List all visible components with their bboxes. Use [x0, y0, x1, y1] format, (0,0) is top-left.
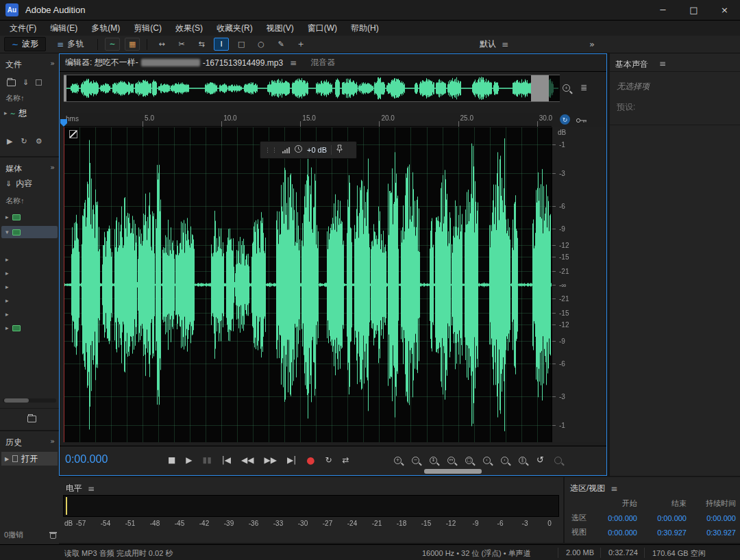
view-end-value[interactable]: 0:30.927	[640, 529, 689, 537]
toolbar-overflow-icon[interactable]: »	[589, 39, 595, 49]
media-collapse-icon[interactable]: »	[50, 163, 55, 172]
media-tree-row-1[interactable]: ▸	[1, 211, 58, 223]
playback-settings-icon[interactable]: ⚙	[36, 137, 42, 146]
waveform-mode-button[interactable]: ∼ 波形	[4, 37, 46, 51]
menu-item-6[interactable]: 收藏夹(R)	[210, 21, 260, 36]
workspace-menu-icon[interactable]: ≡	[502, 40, 508, 49]
rewind-button[interactable]: ◀◀	[241, 455, 254, 465]
razor-tool-icon[interactable]: ✂	[174, 38, 189, 51]
time-display[interactable]: 0:00.000	[65, 453, 108, 466]
move-tool-icon[interactable]: ↔	[154, 38, 169, 51]
menu-item-3[interactable]: 多轨(M)	[84, 21, 127, 36]
menu-item-5[interactable]: 效果(S)	[169, 21, 210, 36]
record-button[interactable]: ●	[306, 455, 314, 465]
current-time-indicator[interactable]	[64, 127, 64, 442]
zoom-between-markers-button[interactable]: ∥	[519, 457, 526, 464]
chevron-right-icon[interactable]: ▸	[5, 311, 9, 318]
menu-item-9[interactable]: 帮助(H)	[344, 21, 386, 36]
zoom-out-time-button[interactable]: −	[412, 457, 419, 464]
menu-item-4[interactable]: 剪辑(C)	[127, 21, 169, 36]
waveform-overview[interactable]	[64, 75, 560, 102]
loop-playback-button[interactable]: ↻	[325, 455, 332, 465]
clock-icon[interactable]	[294, 144, 303, 155]
media-tree-row-3[interactable]: ▸	[1, 253, 58, 266]
menu-item-2[interactable]: 编辑(E)	[43, 21, 84, 36]
menu-item-7[interactable]: 视图(V)	[260, 21, 301, 36]
waveform-canvas[interactable]	[64, 127, 552, 442]
chevron-down-icon[interactable]: ▾	[5, 229, 9, 236]
close-button[interactable]: ×	[709, 0, 740, 21]
loop-ruler-icon[interactable]: ↻	[560, 114, 570, 125]
key-icon[interactable]	[576, 116, 587, 126]
add-folder-icon[interactable]	[27, 416, 36, 422]
tab-mixer[interactable]: 混音器	[310, 57, 335, 68]
chevron-right-icon[interactable]: ▸	[5, 256, 9, 263]
lasso-selection-tool-icon[interactable]: ○	[254, 38, 269, 51]
zoom-to-out-point-button[interactable]: ›	[501, 457, 508, 464]
loop-play-icon[interactable]: ↻	[21, 137, 27, 146]
files-collapse-icon[interactable]: »	[50, 59, 55, 68]
history-entry-open[interactable]: ▶ 打开	[1, 452, 58, 466]
timeline-ruler[interactable]: hms 5.010.015.020.025.030.0	[64, 113, 552, 127]
panel-resize-grip[interactable]	[424, 469, 482, 474]
skip-selection-button[interactable]: ⇄	[343, 455, 349, 465]
overview-list-icon[interactable]: ≣	[580, 83, 587, 92]
open-file-icon[interactable]	[7, 79, 16, 86]
zoom-to-in-point-button[interactable]: ‹	[483, 457, 491, 464]
tab-editor[interactable]: 编辑器: 想吃不一样- -1671513914499.mp3 ≡	[65, 57, 297, 68]
new-file-icon[interactable]	[36, 79, 42, 86]
menu-item-8[interactable]: 窗口(W)	[301, 21, 344, 36]
reset-zoom-button[interactable]: ↺	[536, 455, 544, 465]
essential-sound-menu-icon[interactable]: ≡	[659, 59, 666, 68]
chevron-right-icon[interactable]: ▸	[5, 297, 9, 304]
selection-end-value[interactable]: 0:00.000	[640, 514, 689, 522]
multitrack-mode-button[interactable]: ≡ 多轨	[50, 37, 90, 51]
download-icon[interactable]: ⇓	[5, 179, 12, 188]
media-tree-row-4[interactable]: ▸	[1, 267, 58, 279]
media-tree-row-6[interactable]: ▸	[1, 294, 58, 307]
waveform-display[interactable]: ⋮⋮ +0 dB	[64, 127, 552, 442]
overview-left-handle[interactable]	[64, 75, 66, 101]
history-collapse-icon[interactable]: »	[50, 437, 55, 446]
trash-icon[interactable]	[50, 533, 56, 539]
auto-play-icon[interactable]: ▶	[7, 137, 12, 146]
chevron-right-icon[interactable]: ▸	[4, 110, 8, 116]
selection-view-menu-icon[interactable]: ≡	[610, 484, 617, 494]
levels-menu-icon[interactable]: ≡	[88, 484, 95, 494]
stop-button[interactable]: ■	[168, 455, 175, 465]
skip-to-start-button[interactable]: |◀	[222, 455, 231, 465]
chevron-right-icon[interactable]: ▸	[5, 283, 9, 290]
pin-icon[interactable]	[336, 144, 343, 155]
waveform-view-icon[interactable]: ∼	[105, 38, 120, 51]
time-selection-tool-icon[interactable]: I	[214, 38, 229, 51]
chevron-right-icon[interactable]: ▸	[5, 214, 9, 220]
chevron-right-icon[interactable]: ▸	[5, 324, 9, 331]
marquee-selection-tool-icon[interactable]: □	[234, 38, 249, 51]
overview-zoom-icon[interactable]: +	[563, 84, 570, 92]
editor-panel-menu-icon[interactable]: ≡	[290, 58, 297, 68]
workspace-switcher[interactable]: 默认 ≡	[480, 38, 508, 50]
chevron-right-icon[interactable]: ▸	[5, 270, 9, 277]
zoom-to-selection-button[interactable]: □	[465, 457, 473, 464]
zoom-in-time-button[interactable]: +	[394, 457, 402, 464]
slip-tool-icon[interactable]: ⇆	[194, 38, 209, 51]
media-name-header[interactable]: 名称↑	[5, 196, 25, 206]
skip-to-end-button[interactable]: ▶|	[287, 455, 296, 465]
view-start-value[interactable]: 0:00.000	[595, 529, 640, 537]
clip-gain-icon[interactable]	[69, 130, 77, 138]
file-list-item[interactable]: ▸ ∼ 想	[1, 107, 58, 119]
media-tree-row-7[interactable]: ▸	[1, 308, 58, 320]
maximize-button[interactable]: □	[678, 0, 709, 21]
media-horizontal-scrollbar[interactable]	[3, 398, 56, 403]
spot-healing-tool-icon[interactable]: +	[293, 38, 308, 51]
menu-item-1[interactable]: 文件(F)	[3, 21, 43, 36]
media-tree-row-8[interactable]: ▸	[1, 322, 58, 334]
selection-start-value[interactable]: 0:00.000	[595, 514, 640, 522]
spectral-view-icon[interactable]: ▦	[125, 38, 140, 51]
scrollbar-thumb[interactable]	[4, 398, 29, 403]
media-tree-row-5[interactable]: ▸	[1, 281, 58, 293]
hud-gain-value[interactable]: +0 dB	[307, 146, 327, 154]
fast-forward-button[interactable]: ▶▶	[264, 455, 277, 465]
selection-duration-value[interactable]: 0:00.000	[689, 514, 739, 522]
import-file-icon[interactable]: ⇓	[23, 78, 29, 87]
